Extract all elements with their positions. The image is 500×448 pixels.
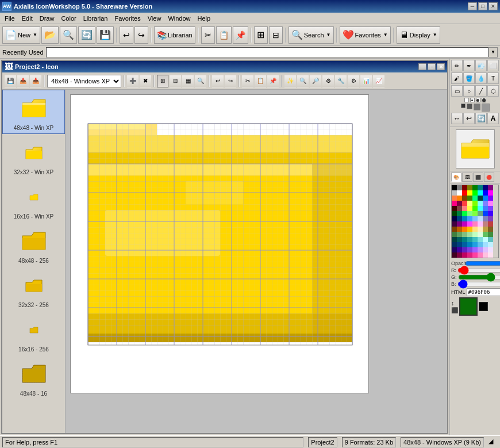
menu-edit[interactable]: Edit — [18, 14, 36, 23]
color-cell[interactable] — [483, 216, 488, 221]
color-cell[interactable] — [483, 247, 488, 252]
grid-view-button[interactable]: ⊞ — [157, 75, 168, 87]
color-cell[interactable] — [467, 211, 472, 216]
project-maximize[interactable]: □ — [428, 63, 436, 70]
color-cell[interactable] — [452, 190, 457, 196]
color-cell[interactable] — [467, 227, 472, 232]
color-cell[interactable] — [472, 227, 478, 232]
refresh-button[interactable]: 🔄 — [78, 26, 95, 44]
import-button[interactable]: 📥 — [30, 75, 41, 87]
zoom-out-button[interactable]: 🔎 — [310, 75, 321, 87]
minimize-button[interactable]: ─ — [468, 2, 477, 10]
menu-librarian[interactable]: Librarian — [80, 14, 111, 23]
color-cell[interactable] — [472, 201, 478, 206]
color-cell[interactable] — [467, 232, 472, 237]
transform-button[interactable]: ⚙ — [322, 75, 334, 87]
circle-tool[interactable]: ○ — [463, 85, 475, 97]
undo-button[interactable]: ↩ — [120, 26, 133, 44]
paste-proj-button[interactable]: 📌 — [267, 75, 279, 87]
icon-item-48winxp[interactable]: 48x48 - Win XP — [2, 90, 65, 134]
sq4[interactable] — [482, 104, 490, 112]
icon-item-48-16[interactable]: 48x48 - 16 — [2, 355, 65, 400]
color-cell[interactable] — [462, 216, 467, 221]
color-cell[interactable] — [483, 185, 488, 190]
color-cell[interactable] — [488, 185, 493, 190]
copy-proj-button[interactable]: 📋 — [255, 75, 266, 87]
color-cell[interactable] — [483, 201, 488, 206]
color-cell[interactable] — [467, 216, 472, 221]
color-cell[interactable] — [472, 185, 478, 190]
color-cell[interactable] — [462, 221, 467, 227]
color-cell[interactable] — [457, 190, 462, 196]
color-cell[interactable] — [452, 252, 457, 258]
color-cell[interactable] — [467, 196, 472, 201]
redo-button[interactable]: ↪ — [134, 26, 148, 44]
color-cell[interactable] — [488, 206, 493, 211]
icon-item-16-256[interactable]: 16x16 - 256 — [2, 311, 65, 355]
color-cell[interactable] — [478, 242, 483, 247]
color-cell[interactable] — [488, 232, 493, 237]
color-cell[interactable] — [488, 242, 493, 247]
fill-tool[interactable]: 🪣 — [463, 72, 475, 84]
color-cell[interactable] — [483, 206, 488, 211]
tile-view-button[interactable]: ▦ — [182, 75, 194, 87]
color-cell[interactable] — [478, 190, 483, 196]
color-cell[interactable] — [452, 227, 457, 232]
color-cell[interactable] — [462, 252, 467, 258]
color-cell[interactable] — [483, 242, 488, 247]
color-cell[interactable] — [488, 201, 493, 206]
librarian-button[interactable]: 📚 Librarian — [154, 26, 195, 44]
cut-proj-button[interactable]: ✂ — [242, 75, 253, 87]
zoom-button[interactable]: 🔍 — [195, 75, 206, 87]
color-cell[interactable] — [462, 196, 467, 201]
export-button[interactable]: 📤 — [17, 75, 29, 87]
color-cell[interactable] — [488, 216, 493, 221]
swap-colors-btn[interactable]: ↕ — [451, 300, 458, 307]
color-cell[interactable] — [457, 185, 462, 190]
color-cell[interactable] — [478, 237, 483, 242]
color-cell[interactable] — [462, 190, 467, 196]
color-cell[interactable] — [472, 196, 478, 201]
color-cell[interactable] — [483, 190, 488, 196]
menu-view[interactable]: View — [144, 14, 165, 23]
color-cell[interactable] — [478, 185, 483, 190]
dropper-tool[interactable]: 💧 — [475, 72, 487, 84]
color-cell[interactable] — [488, 247, 493, 252]
color-cell[interactable] — [457, 227, 462, 232]
zoom-in-button[interactable]: 🔍 — [297, 75, 309, 87]
color-cell[interactable] — [462, 227, 467, 232]
maximize-button[interactable]: □ — [478, 2, 487, 10]
color-cell[interactable] — [467, 237, 472, 242]
color-cell[interactable] — [452, 216, 457, 221]
filter-button[interactable]: 🔧 — [335, 75, 347, 87]
brush-tool[interactable]: 🖌 — [451, 72, 463, 84]
remove-format-button[interactable]: ✖ — [140, 75, 151, 87]
color-cell[interactable] — [462, 247, 467, 252]
color-cell[interactable] — [457, 196, 462, 201]
canvas-area[interactable] — [66, 90, 447, 433]
g-slider[interactable] — [458, 275, 500, 279]
menu-draw[interactable]: Draw — [36, 14, 58, 23]
export2-button[interactable]: 📊 — [360, 75, 372, 87]
color-cell[interactable] — [452, 206, 457, 211]
color-cell[interactable] — [472, 211, 478, 216]
color-cell[interactable] — [467, 201, 472, 206]
color-cell[interactable] — [457, 211, 462, 216]
color-cell[interactable] — [452, 185, 457, 190]
color-cell[interactable] — [483, 227, 488, 232]
r-slider[interactable] — [457, 268, 500, 273]
menu-file[interactable]: File — [1, 14, 18, 23]
pen-tool[interactable]: ✒ — [463, 60, 475, 71]
new-button[interactable]: 📄 New ▼ — [2, 26, 40, 44]
size-3[interactable] — [476, 98, 480, 102]
mirror-h-tool[interactable]: ↔ — [451, 113, 463, 124]
color-cell[interactable] — [457, 232, 462, 237]
project-close[interactable]: ✕ — [437, 63, 445, 70]
color-cell[interactable] — [472, 206, 478, 211]
sq2[interactable] — [467, 104, 472, 109]
sq3[interactable] — [474, 104, 480, 110]
settings-button[interactable]: ⚙ — [348, 75, 359, 87]
project-minimize[interactable]: ─ — [418, 63, 426, 70]
color-cell[interactable] — [457, 201, 462, 206]
size-4[interactable] — [482, 98, 486, 102]
